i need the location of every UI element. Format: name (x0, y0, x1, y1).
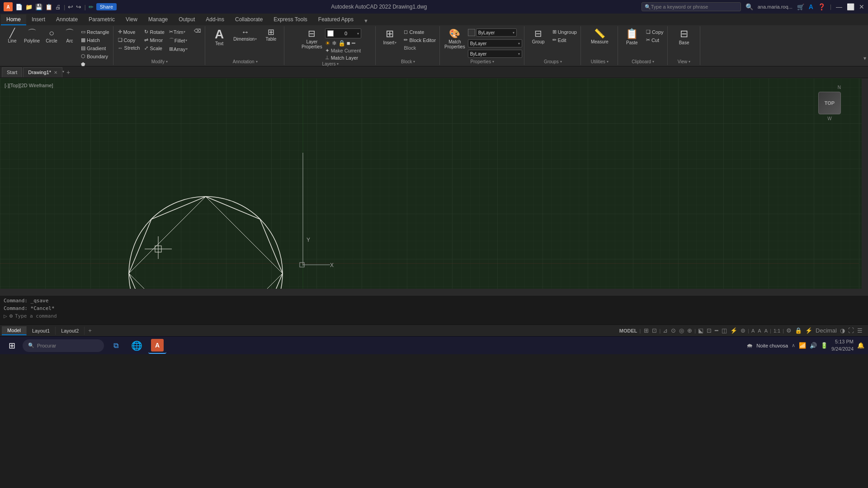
customize-btn[interactable]: ☰ (856, 327, 863, 334)
tab-addins[interactable]: Add-ins (200, 14, 230, 25)
clipboard-copy-btn[interactable]: ❑ Copy (644, 28, 665, 36)
notification-icon[interactable]: 🔔 (857, 342, 864, 349)
group-btn[interactable]: ⊟ Group (527, 27, 550, 45)
arc-btn[interactable]: ⌒ Arc (61, 27, 78, 45)
cmd-input-small-icon[interactable]: ⚙ (9, 314, 13, 319)
ribbon-expand[interactable]: ▾ (863, 26, 866, 65)
annotation-visibility-btn[interactable]: A (757, 328, 762, 333)
save-as-btn[interactable]: 📋 (45, 4, 52, 10)
annotation-group-label[interactable]: Annotation ▾ (233, 58, 258, 64)
properties-group-label[interactable]: Properties ▾ (471, 58, 495, 64)
add-tab-btn[interactable]: + (63, 67, 73, 77)
modify-group-label[interactable]: Modify ▾ (151, 58, 168, 64)
make-current-icon[interactable]: ✦ (325, 47, 330, 54)
sketch-btn[interactable]: ✏ (89, 4, 94, 10)
tab-view[interactable]: View (120, 14, 143, 25)
boundary-btn[interactable]: ⬡ Boundary (79, 52, 111, 60)
cart-icon[interactable]: 🛒 (797, 4, 804, 10)
search-toggle-btn[interactable]: 🔍 (745, 3, 753, 10)
clipboard-group-label[interactable]: Clipboard ▾ (632, 58, 654, 64)
taskbar-chrome[interactable]: 🌐 (127, 338, 146, 354)
units-label[interactable]: Decimal (815, 327, 838, 334)
viewcube[interactable]: N TOP W (818, 85, 841, 121)
block-editor-btn[interactable]: ✏ Block Editor (402, 36, 438, 44)
clipboard-cut-btn[interactable]: ✂ Cut (644, 36, 665, 44)
print-btn[interactable]: 🖨 (55, 4, 61, 10)
view-group-label[interactable]: View ▾ (678, 58, 691, 64)
ortho-btn[interactable]: ⊿ (662, 327, 669, 334)
move-btn[interactable]: ✛ Move (116, 28, 142, 36)
cmd-input[interactable] (15, 313, 864, 319)
taskbar-task-view[interactable]: ⧉ (107, 338, 125, 354)
ducs-btn[interactable]: ⬕ (697, 327, 704, 334)
array-btn[interactable]: ⊞ Array ▾ (167, 45, 189, 53)
measure-btn[interactable]: 📏 Measure (588, 27, 611, 45)
create-block-btn[interactable]: ◻ Create (402, 28, 438, 36)
user-label[interactable]: ana.maria.roq... (758, 4, 793, 9)
dimension-btn[interactable]: ↔ Dimension▾ (231, 27, 259, 42)
hatch-btn[interactable]: ▦ Hatch (79, 36, 111, 44)
annotation-scale-btn[interactable]: A (750, 328, 755, 333)
group-edit-btn[interactable]: ✏ Edit (551, 36, 579, 44)
network-icon[interactable]: 📶 (799, 342, 806, 349)
copy-btn[interactable]: ❑ Copy (116, 36, 142, 44)
make-current-btn-icon[interactable]: Make Current (331, 48, 361, 53)
tab-insert[interactable]: Insert (26, 14, 51, 25)
table-btn[interactable]: ⊞ Table (259, 27, 282, 42)
main-circle[interactable] (129, 197, 283, 295)
layer-line-icon[interactable]: ━ (352, 40, 355, 47)
scale-btn[interactable]: ⤢ Scale (142, 44, 166, 52)
tab-parametric[interactable]: Parametric (83, 14, 120, 25)
taskbar-autocad[interactable]: A (148, 338, 166, 354)
lw-btn[interactable]: ━ (714, 327, 719, 334)
trim-btn[interactable]: ✂ Trim ▾ (167, 28, 189, 36)
open-btn[interactable]: 📁 (25, 4, 33, 10)
close-btn[interactable]: ✕ (859, 3, 864, 10)
share-button[interactable]: Share (96, 3, 117, 10)
lock-ui-icon[interactable]: 🔒 (794, 327, 803, 334)
snap-btn[interactable]: ⊡ (651, 327, 658, 334)
model-tab[interactable]: Model (2, 326, 27, 335)
layers-group-label[interactable]: Layers ▾ (322, 61, 339, 66)
isolate-icon[interactable]: ◑ (839, 327, 846, 334)
erase-btn[interactable]: ⌫ (192, 27, 203, 35)
layer-freeze-icon[interactable]: ❄ (332, 40, 337, 47)
ungroup-btn[interactable]: ⊞ Ungroup (551, 28, 579, 36)
start-btn[interactable]: ⊞ (4, 338, 20, 354)
add-layout-btn[interactable]: + (85, 326, 95, 335)
text-btn[interactable]: A Text (208, 27, 231, 47)
vertical-scrollbar[interactable] (862, 78, 868, 295)
linetype-dropdown[interactable]: ByLayer ▾ (468, 39, 522, 47)
line-btn[interactable]: ╱ Line (4, 27, 21, 45)
auto-scale-btn[interactable]: A (764, 328, 769, 333)
paste-btn[interactable]: 📋 Paste (621, 27, 643, 46)
layout1-tab[interactable]: Layout1 (27, 327, 56, 335)
layer-properties-btn[interactable]: ⊟ LayerProperties (300, 27, 324, 50)
help-btn[interactable]: ❓ (818, 3, 826, 10)
layout2-tab[interactable]: Layout2 (56, 327, 85, 335)
rectangle-btn[interactable]: ▭ Rectangle (79, 28, 111, 36)
tab-manage[interactable]: Manage (143, 14, 173, 25)
polar-btn[interactable]: ⊙ (670, 327, 677, 334)
mirror-btn[interactable]: ⇌ Mirror (142, 36, 166, 44)
gradient-btn[interactable]: ▤ Gradient (79, 44, 111, 52)
restore-btn[interactable]: ⬜ (847, 3, 854, 10)
qp-btn[interactable]: ⚡ (729, 327, 738, 334)
transparency-btn[interactable]: ◫ (721, 327, 728, 334)
lineweight-dropdown[interactable]: ByLayer ▾ (468, 50, 522, 58)
tab-express-tools[interactable]: Express Tools (268, 14, 312, 25)
otrack-btn[interactable]: ⊕ (686, 327, 693, 334)
fillet-btn[interactable]: ⌒ Fillet ▾ (167, 36, 189, 45)
dyn-btn[interactable]: ⊡ (706, 327, 712, 334)
title-search[interactable]: 🔍 Type a keyword or phrase (642, 2, 741, 11)
match-properties-btn[interactable]: 🎨 MatchProperties (443, 27, 467, 50)
save-btn[interactable]: 💾 (35, 4, 42, 10)
tab-home[interactable]: Home (1, 14, 26, 25)
color-dropdown[interactable]: ByLayer ▾ (476, 28, 517, 37)
layer-lock-icon[interactable]: 🔒 (338, 40, 345, 47)
layer-color-icon[interactable]: ■ (347, 40, 350, 47)
chevron-up-icon[interactable]: ∧ (792, 343, 795, 348)
region-btn[interactable]: ⬟ (79, 61, 111, 68)
annotation-scale-value[interactable]: 1:1 (773, 328, 781, 333)
insert-btn[interactable]: ⊞ Insert▾ (378, 27, 401, 46)
